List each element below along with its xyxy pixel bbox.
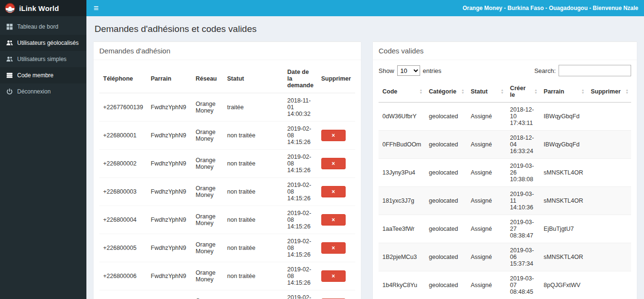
delete-button[interactable]: × xyxy=(321,270,346,282)
sidebar-item-label: Déconnexion xyxy=(17,88,51,95)
cell-statut: non traitée xyxy=(223,150,284,178)
cell-statut: non traitée xyxy=(223,206,284,234)
main-content: Demandes d'adhésions et codes valides De… xyxy=(86,16,644,299)
cell-telephone: +226800001 xyxy=(99,122,147,150)
close-icon: × xyxy=(332,245,335,251)
cell-reseau: Orange Money xyxy=(192,206,223,234)
table-row: +226800001 FwdhzYphN9 Orange Money non t… xyxy=(99,122,355,150)
cell-statut: Assigné xyxy=(467,103,506,131)
cell-code: 1aaTee3fWr xyxy=(379,215,425,243)
sort-icon: ▲ ▼ xyxy=(461,89,465,94)
cell-statut: Assigné xyxy=(467,159,506,187)
brand-logo[interactable]: iLink World xyxy=(0,0,86,16)
delete-button[interactable]: × xyxy=(321,158,346,169)
brand-title: iLink World xyxy=(19,4,59,12)
cell-code: 1b4RkyC8Yu xyxy=(379,271,425,299)
cell-telephone: +226800006 xyxy=(99,262,147,290)
cell-supprimer xyxy=(587,215,631,243)
cell-creer-le: 2019-03-11 14:10:36 xyxy=(506,187,539,215)
cell-reseau: Orange Money xyxy=(192,262,223,290)
cell-statut: Assigné xyxy=(467,271,506,299)
cell-parrain: 8pQJGFxtWV xyxy=(540,271,587,299)
cell-creer-le: 2018-12-04 16:33:24 xyxy=(506,131,539,159)
delete-button[interactable]: × xyxy=(321,186,346,197)
codes-panel-title: Codes valides xyxy=(373,42,637,60)
sort-icon: ▲ ▼ xyxy=(500,89,504,94)
column-header-sortable[interactable]: Parrain ▲ ▼ xyxy=(540,81,587,103)
column-header: Date de la demande xyxy=(284,65,317,93)
cell-reseau: Orange Money xyxy=(192,150,223,178)
cell-supprimer: × xyxy=(317,262,355,290)
cell-categorie: geolocated xyxy=(425,187,467,215)
column-header-sortable[interactable]: Catégorie ▲ ▼ xyxy=(425,81,467,103)
codes-table: Code ▲ ▼ Catégorie xyxy=(379,81,631,299)
cell-statut: traitée xyxy=(223,93,284,122)
sidebar-item-label: Code membre xyxy=(17,72,53,79)
cell-parrain: FwdhzYphN9 xyxy=(147,290,192,299)
column-header-sortable[interactable]: Supprimer ▲ ▼ xyxy=(587,81,631,103)
cell-parrain: IBWqyGbqFd xyxy=(540,103,587,131)
cell-code: 0dW36UfbrY xyxy=(379,103,425,131)
sidebar-item[interactable]: Tableau de bord xyxy=(0,19,86,35)
cell-statut: Assigné xyxy=(467,131,506,159)
codes-panel: Codes valides Show 10 entries Search: xyxy=(373,41,637,299)
cell-parrain: sMNSKTL4OR xyxy=(540,159,587,187)
cell-parrain: FwdhzYphN9 xyxy=(147,93,192,122)
cell-creer-le: 2019-03-26 10:38:08 xyxy=(506,159,539,187)
cell-code: 181yxc3J7g xyxy=(379,187,425,215)
cell-code: 13Jyny3Pu4 xyxy=(379,159,425,187)
column-header-sortable[interactable]: Créer le ▲ ▼ xyxy=(506,81,539,103)
adhesions-panel: Demandes d'adhésion Téléphone Parrain xyxy=(94,41,361,299)
cell-telephone: +22677600139 xyxy=(99,93,147,122)
delete-button[interactable]: × xyxy=(321,242,346,254)
sidebar-item-label: Utilisateurs simples xyxy=(17,56,66,62)
table-row: +226800002 FwdhzYphN9 Orange Money non t… xyxy=(99,150,355,178)
users-icon xyxy=(6,56,13,62)
column-header-sortable[interactable]: Code ▲ ▼ xyxy=(379,81,425,103)
column-header: Statut xyxy=(223,65,284,93)
table-row: +226800005 FwdhzYphN9 Orange Money non t… xyxy=(99,234,355,262)
search-input[interactable] xyxy=(559,65,631,76)
cell-parrain: sMNSKTL4OR xyxy=(540,243,587,271)
sort-icon: ▲ ▼ xyxy=(581,89,585,94)
sidebar-item[interactable]: Code membre xyxy=(0,67,86,83)
cell-parrain: FwdhzYphN9 xyxy=(147,234,192,262)
cell-statut: non traitée xyxy=(223,178,284,206)
cell-statut: non traitée xyxy=(223,262,284,290)
cell-statut: Assigné xyxy=(467,215,506,243)
cell-supprimer: × xyxy=(317,290,355,299)
cell-telephone: +226800004 xyxy=(99,206,147,234)
cell-supprimer xyxy=(587,131,631,159)
close-icon: × xyxy=(332,160,335,167)
cell-code: 1B2pjeMCu3 xyxy=(379,243,425,271)
column-header: Téléphone xyxy=(99,65,147,93)
sidebar-item-label: Tableau de bord xyxy=(17,23,58,30)
cell-parrain: IBWqyGbqFd xyxy=(540,131,587,159)
table-row: 181yxc3J7g geolocated Assigné 2019-03-11… xyxy=(379,187,631,215)
sidebar-item[interactable]: Déconnexion xyxy=(0,83,86,100)
sidebar-item[interactable]: Utilisateurs géolocalisés xyxy=(0,35,86,51)
cell-parrain: EjBuTjgtU7 xyxy=(540,215,587,243)
page-length-select[interactable]: 10 xyxy=(397,65,420,76)
cell-creer-le: 2019-03-07 08:48:45 xyxy=(506,271,539,299)
users-icon xyxy=(6,40,13,46)
delete-button[interactable]: × xyxy=(321,130,346,141)
hamburger-icon[interactable]: ≡ xyxy=(86,0,106,16)
cell-telephone: +226800002 xyxy=(99,150,147,178)
cell-date: 2019-02-08 14:15:26 xyxy=(284,150,317,178)
sort-icon: ▲ ▼ xyxy=(419,89,422,94)
cell-parrain: FwdhzYphN9 xyxy=(147,178,192,206)
sidebar-item[interactable]: Utilisateurs simples xyxy=(0,51,86,67)
cell-supprimer: × xyxy=(317,122,355,150)
column-header-sortable[interactable]: Statut ▲ ▼ xyxy=(467,81,506,103)
header-user-info: Orange Money - Burkina Faso - Ouagadougo… xyxy=(463,5,644,11)
cell-date: 2018-11-01 14:00:32 xyxy=(284,93,317,122)
sort-icon: ▲ ▼ xyxy=(625,89,629,94)
cell-supprimer xyxy=(587,159,631,187)
table-row: 13Jyny3Pu4 geolocated Assigné 2019-03-26… xyxy=(379,159,631,187)
adhesions-table: Téléphone Parrain Réseau Statut Date de … xyxy=(99,65,355,299)
cell-parrain: sMNSKTL4OR xyxy=(540,187,587,215)
cell-categorie: geolocated xyxy=(425,243,467,271)
table-row: 0FFhBudOOm geolocated Assigné 2018-12-04… xyxy=(379,131,631,159)
delete-button[interactable]: × xyxy=(321,214,346,226)
